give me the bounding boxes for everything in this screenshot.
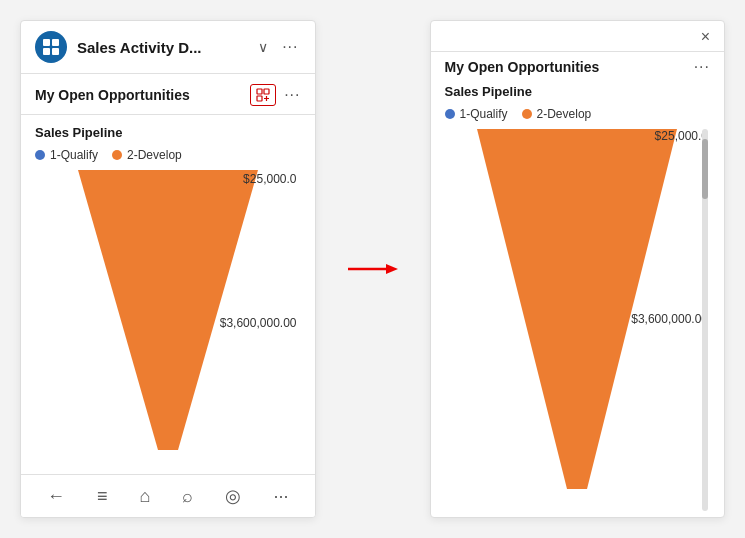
svg-rect-0 [43, 39, 50, 46]
svg-rect-6 [257, 96, 262, 101]
chevron-down-icon[interactable]: ∨ [256, 37, 270, 57]
qualify-label: 1-Qualify [50, 148, 98, 162]
funnel-label-top-left: $25,000.0 [243, 172, 296, 186]
svg-rect-2 [43, 48, 50, 55]
legend-item-develop: 2-Develop [112, 148, 182, 162]
nav-more-icon[interactable]: ··· [273, 486, 288, 507]
right-qualify-dot [445, 109, 455, 119]
right-more-icon[interactable]: ··· [694, 58, 710, 76]
right-chart-legend: 1-Qualify 2-Develop [445, 107, 711, 121]
right-develop-label: 2-Develop [537, 107, 592, 121]
right-legend-item-develop: 2-Develop [522, 107, 592, 121]
search-icon[interactable]: ⌕ [182, 486, 193, 507]
svg-rect-4 [257, 89, 262, 94]
section-title: My Open Opportunities [35, 87, 242, 103]
arrow-divider [348, 259, 398, 279]
left-panel: Sales Activity D... ∨ ··· My Open Opport… [20, 20, 316, 518]
home-icon[interactable]: ⌂ [140, 486, 151, 507]
chart-legend: 1-Qualify 2-Develop [35, 148, 301, 162]
bottom-nav: ← ≡ ⌂ ⌕ ◎ ··· [21, 474, 315, 517]
section-more-icon[interactable]: ··· [284, 86, 300, 104]
scrollbar-thumb[interactable] [702, 139, 708, 199]
funnel-chart-right [467, 129, 687, 489]
develop-label: 2-Develop [127, 148, 182, 162]
header-more-icon[interactable]: ··· [280, 36, 300, 58]
app-icon [35, 31, 67, 63]
right-section-title: My Open Opportunities [445, 59, 686, 75]
left-panel-header: Sales Activity D... ∨ ··· [21, 21, 315, 74]
right-legend-item-qualify: 1-Qualify [445, 107, 508, 121]
scrollbar-track [702, 129, 708, 511]
right-panel-header: × [431, 21, 725, 52]
left-section-header: My Open Opportunities ··· [21, 74, 315, 115]
funnel-chart-left [68, 170, 268, 450]
svg-marker-12 [477, 129, 677, 489]
right-panel: × My Open Opportunities ··· Sales Pipeli… [430, 20, 726, 518]
right-develop-dot [522, 109, 532, 119]
funnel-label-mid-left: $3,600,000.00 [220, 316, 297, 330]
right-funnel-label-mid: $3,600,000.00 [631, 312, 708, 326]
activity-icon[interactable]: ◎ [225, 485, 241, 507]
back-icon[interactable]: ← [47, 486, 65, 507]
qualify-dot [35, 150, 45, 160]
right-funnel-container: $25,000.0 $3,600,000.00 [445, 129, 711, 511]
right-funnel-label-top: $25,000.0 [655, 129, 708, 143]
expand-button[interactable] [250, 84, 276, 106]
develop-dot [112, 150, 122, 160]
menu-icon[interactable]: ≡ [97, 486, 108, 507]
svg-rect-5 [264, 89, 269, 94]
svg-rect-3 [52, 48, 59, 55]
app-title: Sales Activity D... [77, 39, 246, 56]
left-chart-area: Sales Pipeline 1-Qualify 2-Develop $25,0… [21, 115, 315, 474]
legend-item-qualify: 1-Qualify [35, 148, 98, 162]
right-section-header: My Open Opportunities ··· [431, 52, 725, 78]
close-button[interactable]: × [697, 27, 714, 47]
chart-subtitle: Sales Pipeline [35, 125, 301, 140]
arrow-icon [348, 259, 398, 279]
svg-rect-1 [52, 39, 59, 46]
svg-marker-11 [386, 264, 398, 274]
right-chart-subtitle: Sales Pipeline [445, 84, 711, 99]
right-chart-area: Sales Pipeline 1-Qualify 2-Develop $25,0… [431, 78, 725, 517]
funnel-container-left: $25,000.0 $3,600,000.00 [35, 170, 301, 450]
right-qualify-label: 1-Qualify [460, 107, 508, 121]
svg-marker-9 [78, 170, 258, 450]
